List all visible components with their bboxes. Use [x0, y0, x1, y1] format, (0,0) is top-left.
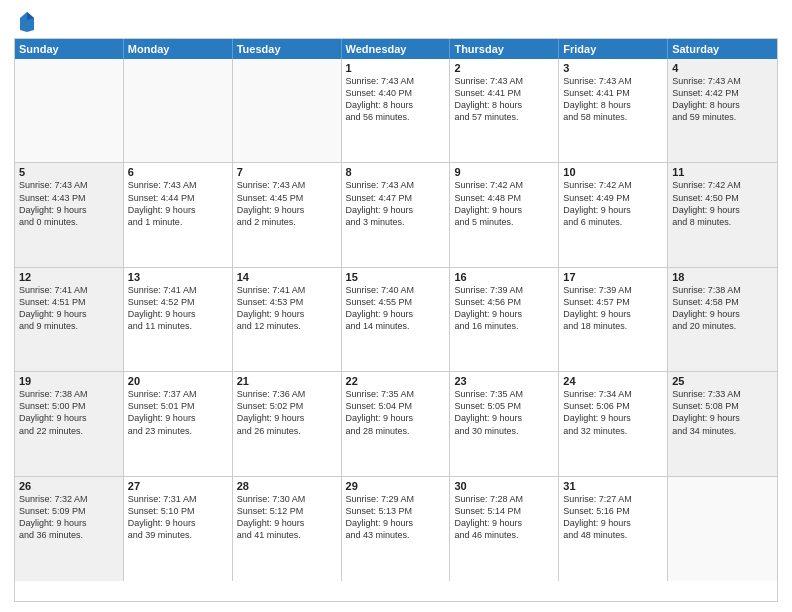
cell-info-line: Daylight: 9 hours — [19, 308, 119, 320]
cell-info-line: Sunrise: 7:28 AM — [454, 493, 554, 505]
page: SundayMondayTuesdayWednesdayThursdayFrid… — [0, 0, 792, 612]
cell-info-line: Daylight: 9 hours — [454, 412, 554, 424]
cell-info-line: and 59 minutes. — [672, 111, 773, 123]
day-cell-15: 15Sunrise: 7:40 AMSunset: 4:55 PMDayligh… — [342, 268, 451, 371]
cell-info-line: Sunrise: 7:41 AM — [237, 284, 337, 296]
cell-info-line: Daylight: 9 hours — [128, 308, 228, 320]
day-number: 14 — [237, 271, 337, 283]
cell-info-line: Daylight: 9 hours — [563, 517, 663, 529]
day-number: 23 — [454, 375, 554, 387]
day-cell-4: 4Sunrise: 7:43 AMSunset: 4:42 PMDaylight… — [668, 59, 777, 162]
day-number: 5 — [19, 166, 119, 178]
cell-info-line: and 18 minutes. — [563, 320, 663, 332]
cell-info-line: Sunset: 4:41 PM — [563, 87, 663, 99]
cell-info-line: Sunset: 4:49 PM — [563, 192, 663, 204]
day-cell-5: 5Sunrise: 7:43 AMSunset: 4:43 PMDaylight… — [15, 163, 124, 266]
cell-info-line: Sunset: 5:02 PM — [237, 400, 337, 412]
logo — [14, 10, 36, 32]
cell-info-line: Sunset: 4:43 PM — [19, 192, 119, 204]
cell-info-line: Sunset: 5:10 PM — [128, 505, 228, 517]
header — [14, 10, 778, 32]
cell-info-line: Sunrise: 7:37 AM — [128, 388, 228, 400]
day-number: 10 — [563, 166, 663, 178]
cell-info-line: and 2 minutes. — [237, 216, 337, 228]
empty-cell — [233, 59, 342, 162]
cell-info-line: Daylight: 9 hours — [128, 204, 228, 216]
empty-cell — [124, 59, 233, 162]
cell-info-line: Sunset: 4:40 PM — [346, 87, 446, 99]
cell-info-line: Daylight: 9 hours — [454, 308, 554, 320]
day-cell-16: 16Sunrise: 7:39 AMSunset: 4:56 PMDayligh… — [450, 268, 559, 371]
cell-info-line: and 3 minutes. — [346, 216, 446, 228]
day-number: 27 — [128, 480, 228, 492]
day-cell-13: 13Sunrise: 7:41 AMSunset: 4:52 PMDayligh… — [124, 268, 233, 371]
cell-info-line: Daylight: 9 hours — [672, 204, 773, 216]
cell-info-line: Daylight: 9 hours — [672, 308, 773, 320]
header-day-saturday: Saturday — [668, 39, 777, 59]
cell-info-line: and 16 minutes. — [454, 320, 554, 332]
cell-info-line: Sunset: 5:12 PM — [237, 505, 337, 517]
cell-info-line: Daylight: 9 hours — [454, 204, 554, 216]
cell-info-line: Sunrise: 7:42 AM — [454, 179, 554, 191]
day-number: 13 — [128, 271, 228, 283]
cell-info-line: Sunrise: 7:43 AM — [128, 179, 228, 191]
cell-info-line: and 28 minutes. — [346, 425, 446, 437]
cell-info-line: Sunset: 4:53 PM — [237, 296, 337, 308]
cell-info-line: and 23 minutes. — [128, 425, 228, 437]
cell-info-line: and 12 minutes. — [237, 320, 337, 332]
cell-info-line: and 6 minutes. — [563, 216, 663, 228]
day-number: 21 — [237, 375, 337, 387]
cell-info-line: Sunrise: 7:31 AM — [128, 493, 228, 505]
cell-info-line: Sunset: 4:51 PM — [19, 296, 119, 308]
cell-info-line: Sunrise: 7:43 AM — [563, 75, 663, 87]
week-row-1: 1Sunrise: 7:43 AMSunset: 4:40 PMDaylight… — [15, 59, 777, 163]
day-cell-6: 6Sunrise: 7:43 AMSunset: 4:44 PMDaylight… — [124, 163, 233, 266]
day-cell-20: 20Sunrise: 7:37 AMSunset: 5:01 PMDayligh… — [124, 372, 233, 475]
day-cell-17: 17Sunrise: 7:39 AMSunset: 4:57 PMDayligh… — [559, 268, 668, 371]
cell-info-line: Sunrise: 7:43 AM — [19, 179, 119, 191]
cell-info-line: Sunrise: 7:42 AM — [563, 179, 663, 191]
cell-info-line: Daylight: 9 hours — [19, 204, 119, 216]
cell-info-line: Daylight: 9 hours — [128, 517, 228, 529]
day-number: 3 — [563, 62, 663, 74]
day-cell-19: 19Sunrise: 7:38 AMSunset: 5:00 PMDayligh… — [15, 372, 124, 475]
day-cell-24: 24Sunrise: 7:34 AMSunset: 5:06 PMDayligh… — [559, 372, 668, 475]
cell-info-line: Sunset: 4:58 PM — [672, 296, 773, 308]
cell-info-line: Sunset: 4:47 PM — [346, 192, 446, 204]
cell-info-line: and 11 minutes. — [128, 320, 228, 332]
cell-info-line: Daylight: 8 hours — [672, 99, 773, 111]
cell-info-line: Daylight: 9 hours — [346, 308, 446, 320]
cell-info-line: and 8 minutes. — [672, 216, 773, 228]
cell-info-line: Daylight: 9 hours — [563, 204, 663, 216]
header-day-monday: Monday — [124, 39, 233, 59]
cell-info-line: and 39 minutes. — [128, 529, 228, 541]
cell-info-line: Daylight: 9 hours — [19, 517, 119, 529]
day-number: 8 — [346, 166, 446, 178]
day-number: 25 — [672, 375, 773, 387]
cell-info-line: and 46 minutes. — [454, 529, 554, 541]
calendar: SundayMondayTuesdayWednesdayThursdayFrid… — [14, 38, 778, 602]
cell-info-line: and 41 minutes. — [237, 529, 337, 541]
day-number: 12 — [19, 271, 119, 283]
cell-info-line: Sunset: 5:01 PM — [128, 400, 228, 412]
calendar-header: SundayMondayTuesdayWednesdayThursdayFrid… — [15, 39, 777, 59]
day-number: 24 — [563, 375, 663, 387]
day-cell-3: 3Sunrise: 7:43 AMSunset: 4:41 PMDaylight… — [559, 59, 668, 162]
cell-info-line: Sunrise: 7:43 AM — [672, 75, 773, 87]
cell-info-line: Sunset: 4:41 PM — [454, 87, 554, 99]
cell-info-line: and 26 minutes. — [237, 425, 337, 437]
day-cell-7: 7Sunrise: 7:43 AMSunset: 4:45 PMDaylight… — [233, 163, 342, 266]
cell-info-line: Daylight: 8 hours — [563, 99, 663, 111]
day-number: 7 — [237, 166, 337, 178]
cell-info-line: and 36 minutes. — [19, 529, 119, 541]
cell-info-line: Sunrise: 7:33 AM — [672, 388, 773, 400]
logo-icon — [18, 10, 36, 32]
cell-info-line: Sunrise: 7:36 AM — [237, 388, 337, 400]
cell-info-line: Sunrise: 7:41 AM — [19, 284, 119, 296]
cell-info-line: and 20 minutes. — [672, 320, 773, 332]
cell-info-line: Sunrise: 7:35 AM — [454, 388, 554, 400]
cell-info-line: and 43 minutes. — [346, 529, 446, 541]
cell-info-line: Sunset: 4:48 PM — [454, 192, 554, 204]
day-number: 20 — [128, 375, 228, 387]
cell-info-line: Sunset: 5:13 PM — [346, 505, 446, 517]
